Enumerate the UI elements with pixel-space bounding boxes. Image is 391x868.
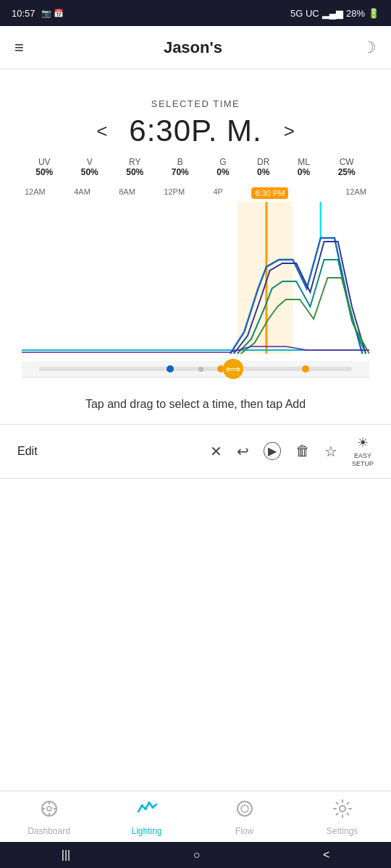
close-button[interactable]: ✕ [210,443,222,460]
play-button[interactable]: ▶ [264,442,281,460]
channel-uv: UV 50% [35,157,53,177]
edit-label: Edit [17,445,38,458]
tab-settings[interactable]: Settings [317,799,368,836]
time-label-4p: 4P [214,187,223,199]
android-home-button[interactable]: ○ [193,848,201,861]
dashboard-label: Dashboard [28,826,70,836]
selected-time-label: SELECTED TIME [14,98,377,109]
settings-label: Settings [327,826,358,836]
nav-tabs: Dashboard Lighting [0,791,391,842]
svg-point-16 [340,806,345,812]
channel-g: G 0% [216,157,229,177]
lighting-label: Lighting [131,826,161,836]
android-back-button[interactable]: < [323,848,329,861]
chart-svg-area[interactable] [22,202,369,361]
scroll-handle[interactable]: ⟺ [223,359,243,379]
signal-icon: ▂▄▆ [322,8,343,19]
svg-point-15 [241,805,248,812]
svg-point-11 [144,807,147,810]
menu-button[interactable]: ≡ [14,38,24,57]
status-icons: 📷 📅 [41,9,64,18]
network-indicator: 5G UC [290,8,319,19]
svg-rect-0 [237,202,293,354]
status-bar: 10:57 📷 📅 5G UC ▂▄▆ 28% 🔋 [0,0,391,26]
lighting-icon [137,799,157,823]
trash-button[interactable]: 🗑 [295,443,310,459]
light-schedule-chart[interactable]: 12AM 4AM 8AM 12PM 4P 6:30 PM 12AM [22,187,369,378]
battery-indicator: 28% [346,8,365,19]
channel-b: B 70% [172,157,189,177]
selected-time-display: 6:30P. M. [129,114,261,148]
time-label-12pm: 12PM [164,187,185,199]
settings-icon [332,799,353,823]
tab-flow[interactable]: Flow [219,799,270,836]
easy-setup-label: EASYSETUP [352,452,374,468]
undo-button[interactable]: ↩ [237,443,249,460]
tab-lighting[interactable]: Lighting [122,799,172,836]
svg-point-13 [151,806,154,809]
dashboard-icon [39,799,59,823]
time-selector: < 6:30P. M. > [14,114,377,148]
night-mode-icon[interactable]: ☽ [362,38,377,57]
toolbar-icons: ✕ ↩ ▶ 🗑 ☆ ☀ EASYSETUP [210,435,374,468]
time-label-4am: 4AM [74,187,91,199]
next-time-button[interactable]: > [284,120,295,142]
bottom-navigation: Dashboard Lighting [0,791,391,868]
flow-icon [235,799,255,823]
svg-point-5 [47,807,51,811]
easy-setup-button[interactable]: ☀ EASYSETUP [352,435,374,468]
time-axis: 12AM 4AM 8AM 12PM 4P 6:30 PM 12AM [22,187,369,199]
status-time-area: 10:57 📷 📅 [12,8,64,19]
svg-point-12 [148,801,151,804]
time-label-8am: 8AM [119,187,135,199]
channel-ml: ML 0% [298,157,310,177]
chart-scrollbar[interactable]: ⟺ [22,361,369,377]
svg-point-14 [237,801,252,816]
time-label-12am: 12AM [25,187,46,199]
battery-icon: 🔋 [368,8,379,19]
star-button[interactable]: ☆ [324,443,337,460]
channel-v: V 50% [81,157,98,177]
status-time: 10:57 [12,8,35,19]
app-title: Jason's [164,38,222,57]
app-header: ≡ Jason's ☽ [0,26,391,69]
prev-time-button[interactable]: < [96,120,107,142]
instruction-text: Tap and drag to select a time, then tap … [0,385,391,425]
channel-ry: RY 50% [126,157,143,177]
edit-toolbar: Edit ✕ ↩ ▶ 🗑 ☆ ☀ EASYSETUP [0,425,391,479]
status-indicators: 5G UC ▂▄▆ 28% 🔋 [290,8,379,19]
schedule-svg [22,202,369,361]
channel-cw: CW 25% [338,157,356,177]
channel-dr: DR 0% [257,157,269,177]
main-content: SELECTED TIME < 6:30P. M. > UV 50% V 50%… [0,84,391,385]
easy-setup-icon: ☀ [357,435,369,451]
time-label-selected: 6:30 PM [251,187,288,199]
channel-values: UV 50% V 50% RY 50% B 70% G 0% DR 0% ML … [14,157,377,177]
android-nav-bar: ||| ○ < [0,842,391,868]
svg-point-10 [140,804,143,807]
flow-label: Flow [235,826,253,836]
android-menu-button[interactable]: ||| [62,848,70,861]
tab-dashboard[interactable]: Dashboard [24,799,75,836]
time-label-12am-end: 12AM [345,187,366,199]
